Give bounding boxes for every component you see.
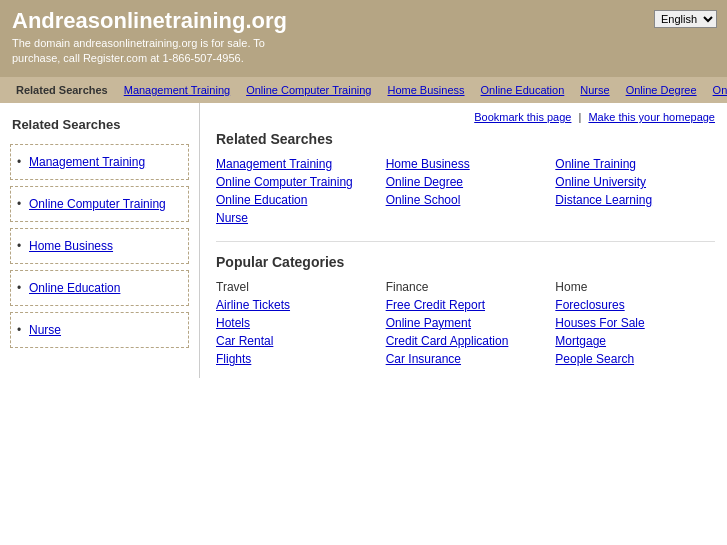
sidebar-item-link[interactable]: Online Computer Training <box>29 197 166 211</box>
related-link[interactable]: Online Degree <box>386 175 546 189</box>
popular-category-column: HomeForeclosuresHouses For SaleMortgageP… <box>555 280 715 366</box>
related-link[interactable]: Online Education <box>216 193 376 207</box>
bookmark-link[interactable]: Bookmark this page <box>474 111 571 123</box>
popular-category-column: FinanceFree Credit ReportOnline PaymentC… <box>386 280 546 366</box>
category-header: Finance <box>386 280 546 298</box>
category-link[interactable]: Free Credit Report <box>386 298 546 312</box>
related-link[interactable]: Home Business <box>386 157 546 171</box>
site-title: Andreasonlinetraining.org <box>12 8 715 34</box>
popular-category-column: TravelAirline TicketsHotelsCar RentalFli… <box>216 280 376 366</box>
category-link[interactable]: Flights <box>216 352 376 366</box>
category-link[interactable]: Car Rental <box>216 334 376 348</box>
separator: | <box>579 111 582 123</box>
header: Andreasonlinetraining.org The domain and… <box>0 0 727 77</box>
category-link[interactable]: Online Payment <box>386 316 546 330</box>
category-links: Airline TicketsHotelsCar RentalFlights <box>216 298 376 366</box>
navbar: Related SearchesManagement TrainingOnlin… <box>0 77 727 103</box>
category-links: ForeclosuresHouses For SaleMortgagePeopl… <box>555 298 715 366</box>
sidebar-item[interactable]: Online Computer Training <box>10 186 189 222</box>
language-select[interactable]: English <box>654 10 717 28</box>
category-link[interactable]: Hotels <box>216 316 376 330</box>
sidebar-title: Related Searches <box>0 111 199 138</box>
category-link[interactable]: Foreclosures <box>555 298 715 312</box>
nav-item: Related Searches <box>8 81 116 99</box>
related-link-nurse[interactable]: Nurse <box>216 211 248 225</box>
category-link[interactable]: Mortgage <box>555 334 715 348</box>
nav-item[interactable]: Online Degree <box>618 81 705 99</box>
category-link[interactable]: Credit Card Application <box>386 334 546 348</box>
nav-item[interactable]: Online Computer Training <box>238 81 379 99</box>
category-link[interactable]: Houses For Sale <box>555 316 715 330</box>
category-link[interactable]: People Search <box>555 352 715 366</box>
sidebar-item-link[interactable]: Online Education <box>29 281 120 295</box>
site-desc: The domain andreasonlinetraining.org is … <box>12 36 715 67</box>
sidebar-item[interactable]: Management Training <box>10 144 189 180</box>
nav-item[interactable]: Nurse <box>572 81 617 99</box>
category-link[interactable]: Car Insurance <box>386 352 546 366</box>
related-link[interactable]: Online University <box>555 175 715 189</box>
sidebar-item[interactable]: Online Education <box>10 270 189 306</box>
category-header: Home <box>555 280 715 298</box>
popular-categories-grid: TravelAirline TicketsHotelsCar RentalFli… <box>216 280 715 366</box>
nurse-link-row: Nurse <box>216 211 715 225</box>
sidebar-item[interactable]: Nurse <box>10 312 189 348</box>
sidebar: Related Searches Management TrainingOnli… <box>0 103 200 378</box>
nav-item[interactable]: Home Business <box>379 81 472 99</box>
nav-item[interactable]: Online School <box>705 81 727 99</box>
related-link[interactable]: Distance Learning <box>555 193 715 207</box>
main-content: Bookmark this page | Make this your home… <box>200 103 727 378</box>
related-link[interactable]: Online Computer Training <box>216 175 376 189</box>
sidebar-item-link[interactable]: Home Business <box>29 239 113 253</box>
sidebar-item-link[interactable]: Management Training <box>29 155 145 169</box>
language-selector-wrap[interactable]: English <box>654 10 717 28</box>
related-link[interactable]: Online Training <box>555 157 715 171</box>
sidebar-item[interactable]: Home Business <box>10 228 189 264</box>
section-divider <box>216 241 715 242</box>
sidebar-item-link[interactable]: Nurse <box>29 323 61 337</box>
related-link[interactable]: Online School <box>386 193 546 207</box>
nav-item[interactable]: Online Education <box>473 81 573 99</box>
related-searches-grid: Management TrainingHome BusinessOnline T… <box>216 157 715 207</box>
related-link[interactable]: Management Training <box>216 157 376 171</box>
nav-item[interactable]: Management Training <box>116 81 238 99</box>
bookmark-bar: Bookmark this page | Make this your home… <box>216 107 715 131</box>
related-searches-title: Related Searches <box>216 131 715 147</box>
category-links: Free Credit ReportOnline PaymentCredit C… <box>386 298 546 366</box>
content: Related Searches Management TrainingOnli… <box>0 103 727 378</box>
popular-categories-title: Popular Categories <box>216 254 715 270</box>
category-header: Travel <box>216 280 376 298</box>
homepage-link[interactable]: Make this your homepage <box>588 111 715 123</box>
category-link[interactable]: Airline Tickets <box>216 298 376 312</box>
